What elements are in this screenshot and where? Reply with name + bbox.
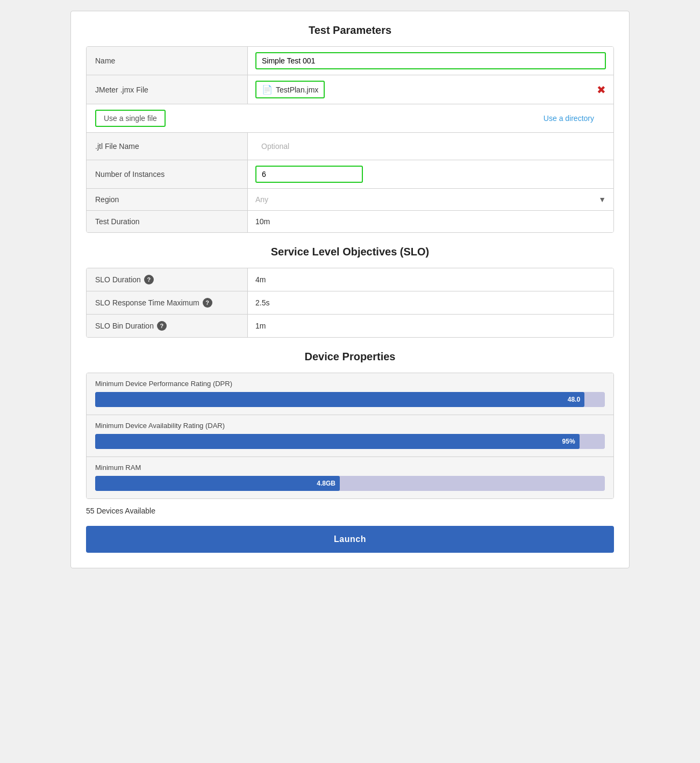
- name-value-cell: [248, 47, 613, 75]
- dpr-row: Minimum Device Performance Rating (DPR) …: [87, 373, 613, 415]
- jtl-label: .jtl File Name: [87, 133, 248, 160]
- jmx-label: JMeter .jmx File: [87, 75, 248, 104]
- file-mode-buttons: Use a single file Use a directory: [87, 104, 613, 132]
- jmx-value-cell: 📄 TestPlan.jmx ✖: [248, 75, 613, 104]
- instances-label: Number of Instances: [87, 160, 248, 188]
- slo-duration-label: SLO Duration ?: [87, 268, 248, 291]
- slo-duration-value-cell: 4m: [248, 268, 613, 291]
- dar-row: Minimum Device Availability Rating (DAR)…: [87, 415, 613, 457]
- jmx-file-top: JMeter .jmx File 📄 TestPlan.jmx ✖: [87, 75, 613, 104]
- test-params-form: Name JMeter .jmx File 📄 TestPlan.jmx ✖: [86, 46, 614, 233]
- duration-value-cell: 10m: [248, 211, 613, 232]
- region-dropdown-arrow: ▼: [598, 195, 606, 204]
- slo-duration-value: 4m: [255, 275, 266, 284]
- instances-value-cell: [248, 160, 613, 188]
- region-value-cell[interactable]: Any ▼: [248, 189, 613, 210]
- name-input[interactable]: [255, 52, 606, 69]
- devices-available: 55 Devices Available: [86, 507, 614, 515]
- slo-bin-duration-label: SLO Bin Duration ?: [87, 315, 248, 337]
- instances-row: Number of Instances: [87, 160, 613, 189]
- slo-duration-row: SLO Duration ? 4m: [87, 268, 613, 291]
- slo-response-time-value-cell: 2.5s: [248, 291, 613, 314]
- dpr-slider-fill: 48.0: [95, 392, 584, 407]
- file-icon: 📄: [262, 84, 273, 95]
- dpr-label: Minimum Device Performance Rating (DPR): [95, 380, 605, 388]
- duration-row: Test Duration 10m: [87, 211, 613, 232]
- dar-value-label: 95%: [562, 438, 575, 445]
- slo-response-time-row: SLO Response Time Maximum ? 2.5s: [87, 291, 613, 315]
- slo-response-help-icon[interactable]: ?: [203, 298, 212, 308]
- ram-slider-fill: 4.8GB: [95, 476, 340, 491]
- jmx-file-row: JMeter .jmx File 📄 TestPlan.jmx ✖ Use a …: [87, 75, 613, 133]
- dar-slider-track[interactable]: 95%: [95, 434, 605, 449]
- device-properties-form: Minimum Device Performance Rating (DPR) …: [86, 373, 614, 499]
- dpr-value-label: 48.0: [568, 396, 580, 403]
- instances-input[interactable]: [255, 166, 363, 183]
- jtl-row: .jtl File Name: [87, 133, 613, 160]
- slo-bin-duration-row: SLO Bin Duration ? 1m: [87, 315, 613, 337]
- name-label: Name: [87, 47, 248, 75]
- region-placeholder: Any: [255, 195, 598, 204]
- remove-file-button[interactable]: ✖: [597, 84, 606, 95]
- slo-bin-duration-value: 1m: [255, 322, 266, 330]
- use-directory-button[interactable]: Use a directory: [354, 114, 605, 123]
- slo-section-title: Service Level Objectives (SLO): [86, 246, 614, 258]
- dpr-slider-track[interactable]: 48.0: [95, 392, 605, 407]
- slo-bin-duration-value-cell: 1m: [248, 315, 613, 337]
- dar-slider-fill: 95%: [95, 434, 580, 449]
- file-chip: 📄 TestPlan.jmx: [255, 81, 325, 98]
- use-single-file-button[interactable]: Use a single file: [95, 110, 166, 127]
- launch-button[interactable]: Launch: [86, 526, 614, 553]
- duration-value: 10m: [255, 217, 270, 226]
- dar-label: Minimum Device Availability Rating (DAR): [95, 422, 605, 430]
- slo-bin-help-icon[interactable]: ?: [157, 321, 167, 331]
- jtl-value-cell: [248, 133, 613, 160]
- ram-value-label: 4.8GB: [317, 480, 335, 487]
- duration-label: Test Duration: [87, 211, 248, 232]
- name-row: Name: [87, 47, 613, 75]
- ram-row: Minimum RAM 4.8GB: [87, 457, 613, 498]
- slo-response-time-label: SLO Response Time Maximum ?: [87, 291, 248, 314]
- region-row: Region Any ▼: [87, 189, 613, 211]
- device-properties-title: Device Properties: [86, 351, 614, 363]
- jmx-filename: TestPlan.jmx: [276, 85, 318, 94]
- slo-duration-help-icon[interactable]: ?: [144, 275, 154, 284]
- slo-form: SLO Duration ? 4m SLO Response Time Maxi…: [86, 268, 614, 338]
- ram-slider-track[interactable]: 4.8GB: [95, 476, 605, 491]
- slo-response-time-value: 2.5s: [255, 298, 269, 307]
- region-label: Region: [87, 189, 248, 210]
- test-params-title: Test Parameters: [86, 24, 614, 37]
- main-container: Test Parameters Name JMeter .jmx File 📄 …: [70, 11, 630, 568]
- jtl-input[interactable]: [255, 138, 606, 154]
- ram-label: Minimum RAM: [95, 463, 605, 472]
